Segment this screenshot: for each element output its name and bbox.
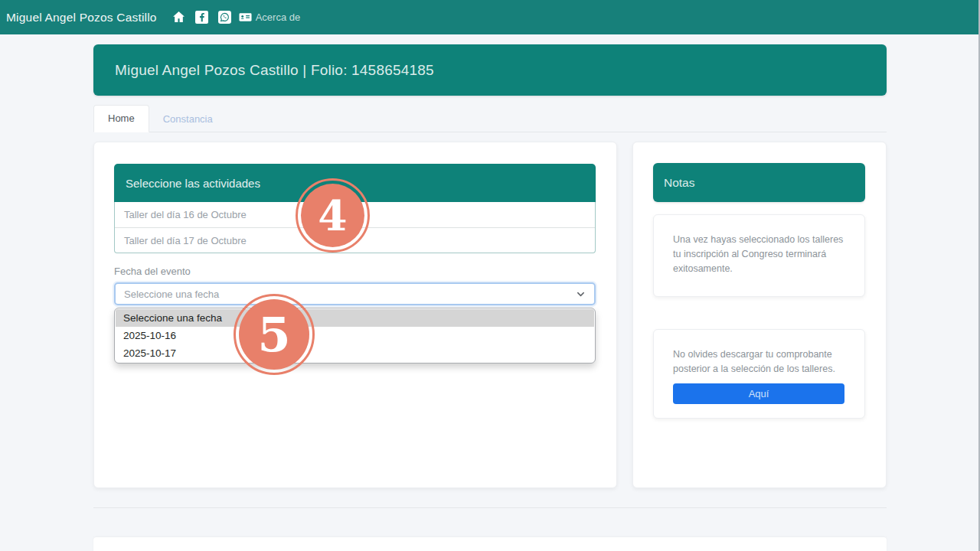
- notes-header: Notas: [653, 163, 865, 202]
- event-date-select[interactable]: Seleccione una fecha: [114, 282, 596, 305]
- tab-bar: Home Constancia: [93, 106, 887, 132]
- main-row: Seleccione las actividades Taller del dí…: [93, 142, 887, 488]
- note-text: Una vez hayas seleccionado los talleres …: [673, 234, 843, 274]
- home-icon[interactable]: [172, 11, 185, 24]
- facebook-icon[interactable]: [195, 11, 208, 24]
- folio-banner: Miguel Angel Pozos Castillo | Folio: 145…: [93, 44, 887, 96]
- note-text: No olvides descargar tu comprobante post…: [673, 349, 835, 374]
- dropdown-option-2025-10-17[interactable]: 2025-10-17: [116, 344, 594, 362]
- step-annotation-4: 4: [296, 178, 370, 253]
- navbar-icons: [172, 11, 231, 24]
- id-card-icon: [239, 11, 252, 24]
- whatsapp-icon[interactable]: [218, 11, 231, 24]
- page-container: Miguel Angel Pozos Castillo | Folio: 145…: [93, 44, 887, 551]
- top-navbar: Miguel Angel Pozos Castillo Acerca de: [0, 0, 980, 34]
- section-divider: [93, 507, 887, 508]
- step-annotation-number: 4: [301, 184, 364, 247]
- step-annotation-5: 5: [234, 294, 315, 375]
- footer-section: [93, 537, 887, 551]
- note-item-receipt: No olvides descargar tu comprobante post…: [653, 329, 865, 419]
- note-item-registration: Una vez hayas seleccionado los talleres …: [653, 214, 865, 297]
- tab-constancia[interactable]: Constancia: [149, 106, 227, 132]
- about-label: Acerca de: [256, 11, 301, 23]
- notes-card: Notas Una vez hayas seleccionado los tal…: [632, 142, 887, 488]
- folio-banner-title: Miguel Angel Pozos Castillo | Folio: 145…: [115, 62, 434, 79]
- tab-home[interactable]: Home: [93, 105, 149, 132]
- event-date-select-value: Seleccione una fecha: [124, 289, 219, 300]
- brand-link[interactable]: Miguel Angel Pozos Castillo: [6, 11, 157, 24]
- dropdown-option-placeholder[interactable]: Seleccione una fecha: [116, 309, 594, 327]
- dropdown-option-2025-10-16[interactable]: 2025-10-16: [116, 327, 594, 344]
- event-date-dropdown: Seleccione una fecha 2025-10-16 2025-10-…: [114, 308, 596, 364]
- chevron-down-icon: [576, 289, 586, 299]
- event-date-label: Fecha del evento: [114, 266, 596, 277]
- step-annotation-number: 5: [239, 299, 309, 370]
- download-receipt-button[interactable]: Aquí: [673, 383, 844, 404]
- about-link[interactable]: Acerca de: [239, 11, 301, 24]
